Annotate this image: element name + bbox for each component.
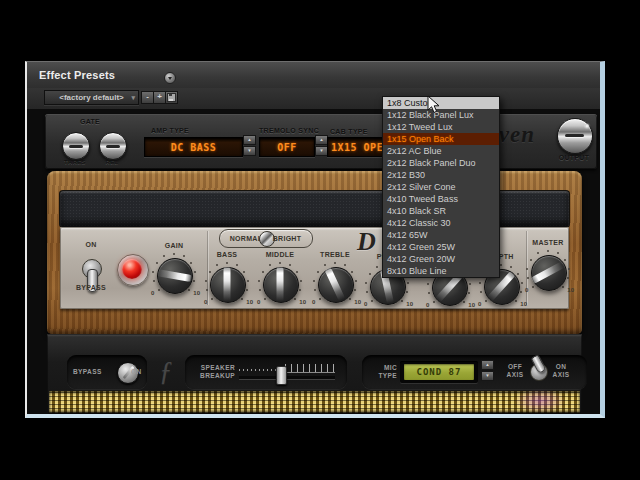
cab-type-display[interactable]: 1X15 OPE — [327, 137, 389, 157]
knob-body[interactable] — [318, 267, 354, 303]
knob-min-label: 0 — [151, 290, 154, 296]
cab-menu-item[interactable]: 2x12 Silver Cone — [383, 181, 499, 193]
speaker-breakup-slider[interactable] — [239, 363, 335, 385]
off-axis-line1: OFF — [508, 363, 522, 370]
knob-pointer — [324, 267, 346, 303]
screen: { "header": { "title": "Effect Presets" … — [0, 0, 640, 480]
cab-bypass-label: BYPASS — [73, 368, 102, 376]
plugin-window: Effect Presets <factory default> - + GAT… — [25, 61, 605, 418]
amp-head: ON BYPASS NORMAL BRIGHT D GAIN 0 10 — [47, 171, 582, 334]
on-axis-label: ON AXIS — [550, 363, 572, 379]
cab-menu-item[interactable]: 2x12 AC Blue — [383, 145, 499, 157]
cab-menu-item[interactable]: 4x10 Black SR — [383, 205, 499, 217]
cab-on-label: ON — [131, 368, 142, 376]
video-artifact — [514, 389, 566, 413]
tremolo-sync-label: TREMOLO SYNC — [259, 127, 319, 134]
knob-body[interactable] — [210, 267, 246, 303]
output-knob[interactable] — [557, 118, 593, 154]
cab-type-menu: 1x8 Custom1x12 Black Panel Lux1x12 Tweed… — [382, 96, 500, 278]
power-lamp — [122, 259, 142, 279]
spinner-down-icon — [481, 371, 494, 381]
knob-min-label: 0 — [525, 287, 528, 293]
tweed-panel — [49, 391, 580, 413]
cab-menu-item[interactable]: 4x12 Classic 30 — [383, 217, 499, 229]
power-on-label: ON — [74, 241, 108, 248]
preset-dropdown[interactable]: <factory default> — [44, 90, 139, 105]
knob-pointer — [224, 267, 231, 303]
cab-type-label: CAB TYPE — [330, 128, 368, 135]
knob-min-label: 0 — [204, 299, 207, 305]
amp-knob[interactable]: MIDDLE 0 10 — [250, 251, 310, 313]
on-axis-line1: ON — [556, 363, 567, 370]
knob-min-label: 0 — [364, 301, 367, 307]
preset-bar: <factory default> - + — [27, 88, 600, 109]
off-axis-line2: AXIS — [507, 371, 524, 378]
knob-body[interactable] — [531, 255, 567, 291]
knob-body[interactable] — [263, 267, 299, 303]
mouse-cursor-icon — [427, 95, 441, 115]
mic-label-line2: TYPE — [378, 372, 397, 379]
cab-menu-item[interactable]: 4x10 Tweed Bass — [383, 193, 499, 205]
cab-menu-item[interactable]: 2x12 Black Panel Duo — [383, 157, 499, 169]
tremolo-sync-display[interactable]: OFF — [259, 137, 315, 157]
output-label: OUTPUT — [549, 154, 599, 161]
cab-menu-item[interactable]: 8x10 Blue Line — [383, 265, 499, 277]
save-disk-icon — [167, 93, 176, 102]
mic-type-spinner[interactable] — [481, 360, 494, 383]
speaker-breakup-thumb[interactable] — [276, 366, 287, 385]
effect-presets-header: Effect Presets — [27, 62, 600, 89]
rel-label: REL — [92, 159, 132, 165]
knob-pointer — [530, 261, 565, 284]
collapse-icon[interactable] — [164, 72, 176, 84]
amp-type-spinner[interactable] — [243, 135, 256, 158]
knob-max-label: 10 — [406, 301, 413, 307]
amp-knob[interactable]: TREBLE 0 10 — [305, 251, 365, 313]
amp-type-display[interactable]: DC BASS — [144, 137, 243, 157]
thres-label: THRES — [54, 159, 96, 165]
slider-track[interactable] — [239, 376, 335, 379]
knob-pointer — [156, 269, 193, 282]
gate-rel-knob[interactable] — [99, 132, 127, 160]
cab-menu-item[interactable]: 4x12 Green 25W — [383, 241, 499, 253]
preset-save-button[interactable] — [165, 91, 178, 104]
gate-thres-knob[interactable] — [62, 132, 90, 160]
knob-body[interactable] — [157, 258, 193, 294]
amp-knob[interactable]: GAIN 0 10 — [144, 242, 204, 304]
cab-section: BYPASS ON ƒ SPEAKER BREAKUP MIC TYPE CON… — [47, 334, 582, 414]
spinner-down-icon — [243, 146, 256, 156]
amp-knob[interactable]: MASTER 0 10 — [518, 239, 578, 301]
off-axis-label: OFF AXIS — [504, 363, 526, 379]
header-title: Effect Presets — [39, 69, 115, 81]
knob-min-label: 0 — [257, 299, 260, 305]
spinner-up-icon — [481, 360, 494, 370]
amp-type-label: AMP TYPE — [151, 127, 189, 134]
cab-menu-item[interactable]: 2x12 B30 — [383, 169, 499, 181]
knob-max-label: 10 — [567, 287, 574, 293]
knob-pointer-dot — [585, 124, 589, 128]
slider-ticks-right — [285, 364, 335, 373]
cab-menu-item[interactable]: 4x12 65W — [383, 229, 499, 241]
f-hole-icon: ƒ — [159, 356, 173, 387]
mic-type-display[interactable]: COND 87 — [404, 364, 474, 380]
gate-label: GATE — [55, 118, 125, 125]
knob-min-label: 0 — [426, 302, 429, 308]
cab-menu-item[interactable]: 4x12 Green 20W — [383, 253, 499, 265]
mic-label-line1: MIC — [384, 364, 397, 371]
top-control-strip: GATE THRES REL AMP TYPE DC BASS TREMOLO … — [45, 114, 597, 169]
channel-switch-group: NORMAL BRIGHT — [219, 229, 313, 248]
cab-menu-item[interactable]: 1x8 Custom — [383, 97, 499, 109]
power-bypass-label: BYPASS — [66, 284, 116, 291]
knob-pointer — [277, 267, 284, 303]
speaker-breakup-label: SPEAKER BREAKUP — [187, 364, 235, 380]
cab-menu-item[interactable]: 1x12 Tweed Lux — [383, 121, 499, 133]
cab-menu-item[interactable]: 1x15 Open Back — [383, 133, 499, 145]
spinner-up-icon — [243, 135, 256, 145]
amp-knob[interactable]: BASS 0 10 — [197, 251, 257, 313]
knob-min-label: 0 — [312, 299, 315, 305]
speaker-label-line1: SPEAKER — [201, 364, 235, 371]
bright-label: BRIGHT — [270, 235, 304, 242]
breakup-label-line2: BREAKUP — [200, 372, 235, 379]
mic-type-display-bezel: COND 87 — [400, 361, 478, 383]
knob-min-label: 0 — [478, 301, 481, 307]
cab-menu-item[interactable]: 1x12 Black Panel Lux — [383, 109, 499, 121]
